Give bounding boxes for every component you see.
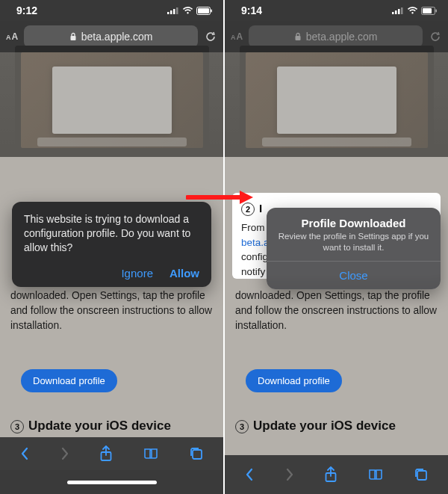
download-prompt-dialog: This website is trying to download a con… (12, 202, 211, 287)
address-bar[interactable]: beta.apple.com (24, 25, 198, 48)
step3-heading: 3Update your iOS device (10, 419, 171, 433)
svg-rect-7 (70, 36, 75, 40)
svg-rect-12 (398, 9, 400, 14)
share-button[interactable] (99, 445, 113, 462)
status-bar: 9:14 (225, 0, 448, 21)
url-text: beta.apple.com (81, 31, 153, 43)
text-size-button[interactable]: AA (6, 31, 18, 42)
battery-icon (421, 7, 438, 15)
safari-toolbar (0, 437, 223, 470)
tabs-button[interactable] (414, 467, 429, 482)
svg-rect-11 (395, 10, 397, 14)
wifi-icon (182, 7, 193, 15)
bookmarks-button[interactable] (143, 447, 159, 460)
clock: 9:14 (241, 4, 262, 16)
forward-button[interactable] (60, 446, 70, 461)
lock-icon (294, 32, 302, 41)
share-button[interactable] (324, 466, 337, 483)
step2-body-text: downloaded. Open Settings, tap the profi… (235, 288, 438, 333)
step3-heading: 3Update your iOS device (235, 419, 396, 433)
back-button[interactable] (244, 467, 255, 482)
phone-left: 9:12 AA beta.apple.com downloa (0, 0, 223, 494)
svg-rect-9 (193, 450, 202, 459)
close-button[interactable]: Close (267, 261, 441, 289)
profile-downloaded-dialog: Profile Downloaded Review the profile in… (267, 208, 441, 289)
cellular-icon (392, 7, 404, 15)
bookmarks-button[interactable] (367, 468, 384, 481)
home-indicator[interactable] (67, 481, 157, 484)
svg-rect-19 (417, 471, 426, 480)
allow-button[interactable]: Allow (169, 267, 199, 280)
svg-rect-6 (211, 9, 213, 12)
battery-icon (196, 7, 213, 15)
svg-rect-0 (167, 12, 169, 14)
svg-rect-10 (392, 12, 394, 14)
home-indicator-area (0, 470, 223, 494)
forward-button[interactable] (284, 467, 295, 482)
lock-icon (69, 32, 77, 41)
safari-toolbar (225, 455, 448, 494)
svg-rect-15 (423, 8, 432, 13)
transition-arrow-icon (186, 191, 253, 204)
download-profile-button[interactable]: Download profile (246, 369, 342, 392)
clock: 9:12 (16, 4, 37, 16)
tabs-button[interactable] (189, 446, 204, 461)
svg-rect-2 (173, 9, 175, 14)
text-size-button[interactable]: AA (231, 31, 243, 42)
svg-rect-1 (170, 10, 172, 14)
wifi-icon (407, 7, 418, 15)
step2-body-text: downloaded. Open Settings, tap the profi… (10, 288, 213, 333)
dialog-subtitle: Review the profile in Settings app if yo… (277, 231, 430, 253)
reload-button[interactable] (429, 30, 442, 43)
svg-rect-17 (295, 36, 300, 40)
phone-right: 9:14 AA beta.apple.com 2I (225, 0, 448, 494)
beta-link[interactable]: beta.a (241, 237, 270, 248)
step-number-3: 3 (235, 420, 249, 433)
download-profile-button[interactable]: Download profile (21, 369, 117, 392)
dialog-title: Profile Downloaded (277, 217, 430, 229)
status-icons (392, 7, 438, 15)
reload-button[interactable] (204, 30, 217, 43)
url-text: beta.apple.com (306, 31, 378, 43)
back-button[interactable] (19, 446, 30, 461)
status-bar: 9:12 (0, 0, 223, 21)
address-bar[interactable]: beta.apple.com (249, 25, 423, 48)
dialog-message: This website is trying to download a con… (24, 212, 199, 255)
ignore-button[interactable]: Ignore (121, 267, 153, 280)
status-icons (167, 7, 213, 15)
svg-rect-5 (198, 8, 209, 13)
svg-rect-16 (436, 9, 438, 12)
svg-marker-21 (240, 191, 253, 204)
svg-rect-13 (401, 7, 403, 14)
step-number-3: 3 (10, 420, 24, 433)
cellular-icon (167, 7, 179, 15)
svg-rect-3 (176, 7, 178, 14)
